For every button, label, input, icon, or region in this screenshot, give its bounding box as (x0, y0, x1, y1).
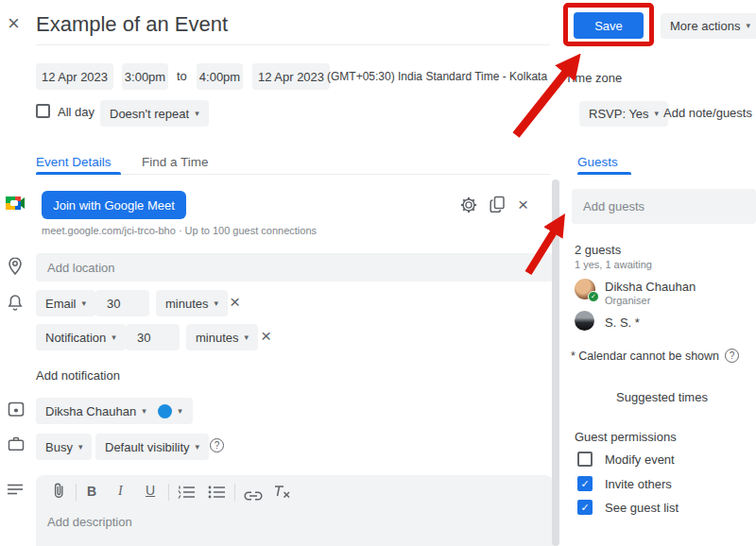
guest-rsvp-summary: 1 yes, 1 awaiting (575, 259, 652, 270)
chevron-down-icon: ▾ (142, 407, 146, 416)
busy-status-value: Busy (45, 440, 73, 454)
notification-method-dropdown[interactable]: Email ▾ (36, 290, 95, 316)
notification-unit-dropdown[interactable]: minutes ▾ (186, 324, 258, 350)
notification-unit-dropdown[interactable]: minutes ▾ (156, 290, 228, 316)
end-date-chip[interactable]: 12 Apr 2023 (252, 63, 330, 90)
start-date-chip[interactable]: 12 Apr 2023 (36, 63, 113, 90)
active-tab-underline (36, 172, 121, 175)
notification-method-dropdown[interactable]: Notification ▾ (36, 324, 126, 350)
chevron-down-icon: ▾ (746, 22, 750, 30)
calendar-icon (8, 401, 25, 421)
underline-button[interactable]: U (146, 483, 155, 498)
checkbox-see-guest-list[interactable]: ✓ (577, 500, 593, 515)
chevron-down-icon: ▾ (655, 110, 660, 118)
event-color-swatch (158, 404, 172, 418)
notification-unit-value: minutes (165, 297, 209, 311)
calendar-owner-value: Diksha Chauhan (45, 404, 136, 418)
start-time-chip[interactable]: 3:00pm (122, 63, 168, 90)
chevron-down-icon: ▾ (215, 299, 219, 308)
checkbox-modify-event[interactable]: ✓ (577, 452, 593, 467)
more-actions-label: More actions (670, 19, 740, 33)
notification-minutes-input[interactable] (126, 324, 180, 350)
add-guests-input[interactable] (572, 189, 756, 224)
guest-name: Diksha Chauhan (605, 280, 696, 294)
add-note-guests-link[interactable]: Add note/guests (663, 106, 752, 120)
clear-formatting-icon[interactable] (274, 485, 290, 502)
repeat-value: Doesn't repeat (110, 107, 189, 121)
tab-find-a-time[interactable]: Find a Time (142, 155, 209, 169)
repeat-dropdown[interactable]: Doesn't repeat ▾ (100, 100, 209, 127)
more-actions-button[interactable]: More actions ▾ (661, 13, 756, 39)
event-edit-page: × Example of an Event Save More actions … (0, 0, 756, 546)
location-input[interactable] (36, 253, 553, 282)
tab-guests[interactable]: Guests (577, 155, 618, 169)
copy-meet-link-icon[interactable] (490, 196, 506, 217)
chevron-down-icon: ▾ (195, 110, 199, 118)
guests-tab-underline (577, 172, 631, 175)
meet-link-info: meet.google.com/jci-trco-bho · Up to 100… (42, 225, 317, 236)
title-underline (36, 44, 550, 45)
rsvp-dropdown[interactable]: RSVP: Yes ▾ (579, 101, 668, 127)
permission-label: Invite others (605, 477, 672, 491)
suggested-times-link[interactable]: Suggested times (575, 390, 749, 404)
insert-link-icon[interactable] (244, 487, 263, 504)
add-notification-link[interactable]: Add notification (36, 368, 120, 383)
avatar (575, 311, 594, 331)
all-day-checkbox[interactable]: ✓ (36, 104, 50, 118)
save-button[interactable]: Save (574, 12, 644, 39)
notification-unit-value: minutes (196, 331, 239, 345)
remove-notification-icon[interactable]: × (230, 293, 240, 311)
toolbar-divider (234, 484, 235, 501)
toolbar-divider (76, 484, 77, 501)
chevron-down-icon: ▾ (82, 299, 87, 308)
description-placeholder[interactable]: Add description (47, 515, 132, 529)
timezone-value[interactable]: (GMT+05:30) India Standard Time - Kolkat… (327, 70, 547, 83)
bold-button[interactable]: B (87, 484, 96, 499)
italic-button[interactable]: I (118, 484, 123, 499)
accepted-check-badge: ✓ (588, 291, 599, 302)
attachment-icon[interactable] (53, 482, 64, 503)
notification-method-value: Email (45, 297, 77, 311)
visibility-dropdown[interactable]: Default visibility ▾ (95, 434, 209, 460)
remove-meet-icon[interactable]: × (518, 196, 528, 213)
description-box[interactable] (36, 475, 553, 546)
notification-bell-icon (8, 294, 23, 316)
event-color-dropdown[interactable]: ▾ (147, 398, 193, 424)
timezone-label[interactable]: Time zone (565, 71, 622, 85)
meet-settings-gear-icon[interactable] (460, 196, 477, 217)
chevron-down-icon: ▾ (112, 333, 116, 342)
description-icon (8, 483, 23, 500)
tab-event-details[interactable]: Event Details (36, 155, 112, 169)
chevron-down-icon: ▾ (196, 443, 200, 452)
guest-permissions-title: Guest permissions (575, 430, 677, 444)
check-icon: ✓ (580, 503, 589, 513)
to-label: to (177, 69, 187, 83)
rsvp-value: RSVP: Yes (589, 107, 649, 121)
busy-briefcase-icon (8, 436, 25, 455)
end-time-chip[interactable]: 4:00pm (197, 63, 243, 90)
check-icon: ✓ (580, 479, 589, 489)
close-icon[interactable]: × (8, 13, 20, 34)
checkbox-invite-others[interactable]: ✓ (577, 476, 593, 491)
notification-minutes-input[interactable] (95, 290, 149, 316)
guest-role: Organiser (605, 295, 650, 306)
permission-label: Modify event (605, 452, 675, 467)
notification-method-value: Notification (45, 331, 106, 345)
chevron-down-icon: ▾ (245, 333, 249, 342)
remove-notification-icon[interactable]: × (261, 327, 271, 345)
calendar-owner-dropdown[interactable]: Diksha Chauhan ▾ (36, 398, 156, 424)
bulleted-list-icon[interactable] (208, 486, 225, 503)
calendar-note-text: * Calendar cannot be shown (571, 350, 719, 363)
note-help-icon[interactable]: ? (725, 349, 739, 363)
scrollbar[interactable] (552, 179, 559, 546)
join-meet-button[interactable]: Join with Google Meet (42, 191, 186, 219)
guest-name: S. S. * (605, 316, 640, 330)
permission-label: See guest list (605, 501, 679, 515)
google-meet-icon (5, 195, 26, 215)
busy-status-dropdown[interactable]: Busy ▾ (36, 434, 92, 460)
visibility-help-icon[interactable]: ? (210, 438, 224, 452)
visibility-value: Default visibility (105, 440, 190, 454)
chevron-down-icon: ▾ (78, 443, 83, 452)
numbered-list-icon[interactable] (178, 486, 195, 503)
page-title: Example of an Event (36, 12, 228, 37)
